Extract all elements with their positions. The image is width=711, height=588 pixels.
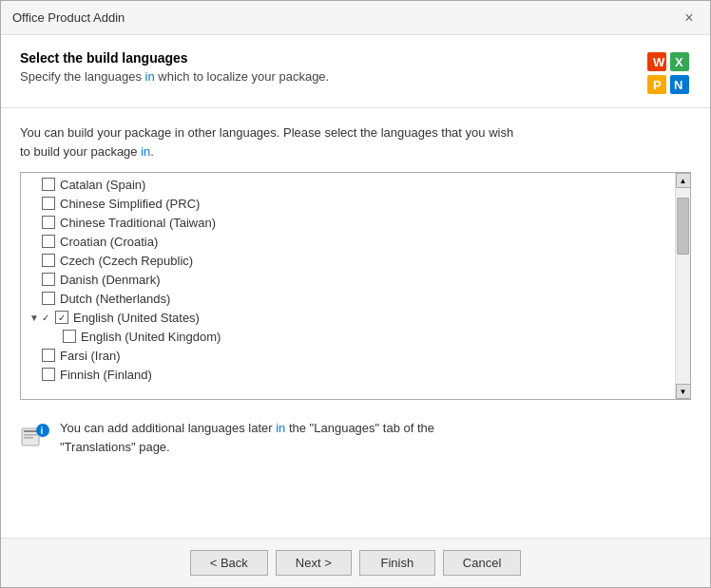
list-item[interactable]: Catalan (Spain) — [21, 175, 675, 194]
expand-icon: ▼ — [27, 310, 42, 325]
info-text: You can add additional languages later i… — [60, 419, 434, 456]
svg-text:W: W — [653, 55, 665, 69]
scroll-thumb[interactable] — [677, 198, 689, 255]
language-checkbox[interactable] — [63, 330, 76, 343]
info-section: i You can add additional languages later… — [20, 411, 691, 464]
title-bar: Office Product Addin × — [1, 1, 710, 35]
finish-button[interactable]: Finish — [359, 550, 435, 576]
language-checkbox[interactable] — [42, 273, 55, 286]
section-subtext: Specify the languages in which to locali… — [20, 69, 329, 84]
language-list[interactable]: Catalan (Spain)Chinese Simplified (PRC)C… — [21, 173, 675, 399]
list-item[interactable]: Finnish (Finland) — [21, 365, 675, 384]
language-checkbox[interactable] — [42, 178, 55, 191]
language-checkbox[interactable] — [42, 368, 55, 381]
expand-icon — [27, 291, 42, 306]
list-item[interactable]: Dutch (Netherlands) — [21, 289, 675, 308]
svg-text:P: P — [653, 78, 662, 92]
language-checkbox[interactable] — [42, 254, 55, 267]
language-label: Danish (Denmark) — [60, 273, 669, 287]
svg-text:X: X — [675, 55, 683, 69]
language-checkbox[interactable] — [42, 235, 55, 248]
info-icon: i — [20, 421, 50, 451]
header-text: Select the build languages Specify the l… — [20, 50, 329, 84]
language-list-container: Catalan (Spain)Chinese Simplified (PRC)C… — [20, 172, 691, 400]
expand-icon — [27, 215, 42, 230]
svg-text:N: N — [674, 78, 682, 92]
list-item[interactable]: Croatian (Croatia) — [21, 232, 675, 251]
language-label: Farsi (Iran) — [60, 349, 669, 363]
expand-icon — [27, 367, 42, 382]
office-icon: W X P N — [645, 50, 691, 96]
language-checkbox[interactable] — [42, 197, 55, 210]
window-title: Office Product Addin — [12, 10, 125, 25]
language-checkbox[interactable] — [42, 349, 55, 362]
svg-rect-9 — [24, 430, 37, 432]
expand-icon — [27, 177, 42, 192]
header-section: Select the build languages Specify the l… — [1, 35, 710, 108]
language-label: English (United Kingdom) — [81, 330, 669, 344]
language-label: Chinese Simplified (PRC) — [60, 197, 669, 211]
description-text: You can build your package in other lang… — [20, 123, 691, 161]
scroll-down-button[interactable]: ▼ — [676, 384, 691, 399]
scroll-up-button[interactable]: ▲ — [676, 173, 691, 188]
list-item[interactable]: Czech (Czech Republic) — [21, 251, 675, 270]
language-label: English (United States) — [73, 311, 669, 325]
language-label: Croatian (Croatia) — [60, 235, 669, 249]
svg-text:i: i — [41, 426, 44, 436]
language-checkbox[interactable] — [42, 216, 55, 229]
language-label: Chinese Traditional (Taiwan) — [60, 216, 669, 230]
svg-rect-11 — [24, 437, 33, 439]
expand-icon — [27, 348, 42, 363]
footer: < Back Next > Finish Cancel — [1, 538, 710, 587]
cancel-button[interactable]: Cancel — [443, 550, 521, 576]
scrollbar[interactable]: ▲ ▼ — [675, 173, 690, 399]
next-button[interactable]: Next > — [276, 550, 352, 576]
language-label: Dutch (Netherlands) — [60, 292, 669, 306]
close-button[interactable]: × — [680, 9, 699, 28]
list-item[interactable]: English (United Kingdom) — [21, 327, 675, 346]
list-item[interactable]: Danish (Denmark) — [21, 270, 675, 289]
main-content: You can build your package in other lang… — [1, 108, 710, 538]
language-label: Czech (Czech Republic) — [60, 254, 669, 268]
parent-check: ✓ — [42, 313, 53, 323]
section-heading: Select the build languages — [20, 50, 329, 66]
expand-icon — [27, 272, 42, 287]
list-item[interactable]: ▼✓✓English (United States) — [21, 308, 675, 327]
list-item[interactable]: Farsi (Iran) — [21, 346, 675, 365]
expand-icon — [48, 329, 63, 344]
language-checkbox[interactable] — [42, 292, 55, 305]
language-label: Catalan (Spain) — [60, 178, 669, 192]
list-item[interactable]: Chinese Simplified (PRC) — [21, 194, 675, 213]
scroll-track — [676, 188, 690, 384]
svg-rect-10 — [24, 434, 37, 436]
language-label: Finnish (Finland) — [60, 368, 669, 382]
back-button[interactable]: < Back — [190, 550, 268, 576]
expand-icon — [27, 234, 42, 249]
list-item[interactable]: Chinese Traditional (Taiwan) — [21, 213, 675, 232]
main-window: Office Product Addin × Select the build … — [0, 0, 711, 588]
expand-icon — [27, 196, 42, 211]
expand-icon — [27, 253, 42, 268]
language-checkbox[interactable]: ✓ — [55, 311, 68, 324]
